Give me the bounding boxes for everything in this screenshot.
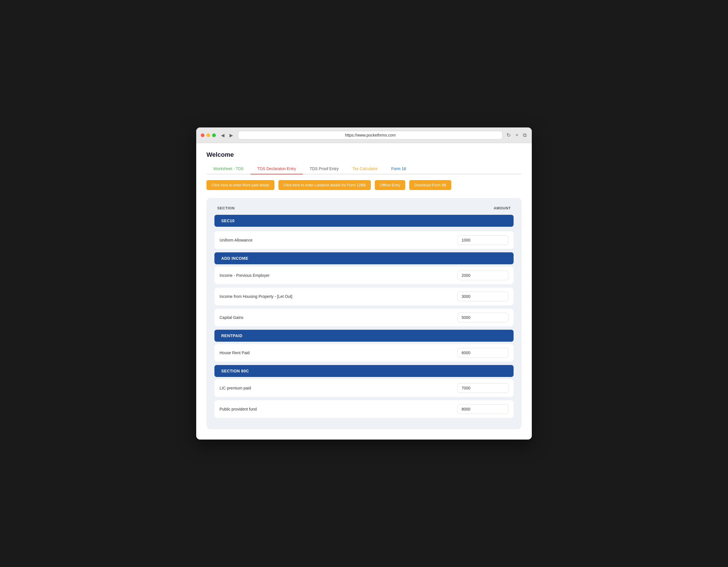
maximize-button[interactable] (212, 133, 216, 137)
rentpaid-divider: RENTPAID (214, 330, 514, 342)
close-button[interactable] (201, 133, 204, 137)
house-rent-label: House Rent Paid (220, 351, 453, 355)
income-prev-employer-input[interactable] (457, 270, 508, 280)
main-card: SECTION AMOUNT SEC10 Uniform Allowance A… (206, 198, 522, 429)
tab-declaration[interactable]: TDS Declaraton Entry (251, 163, 303, 174)
income-prev-employer-row: Income - Previous Employer (214, 266, 514, 284)
lic-premium-row: LIC premium paid (214, 379, 514, 397)
lic-premium-label: LIC premium paid (220, 386, 453, 390)
capital-gains-label: Capital Gains (220, 315, 453, 320)
back-button[interactable]: ◀ (219, 132, 226, 138)
section80c-title: SECTION 80C (221, 369, 249, 373)
offline-entry-button[interactable]: Offline Entry (375, 180, 405, 190)
income-prev-employer-label: Income - Previous Employer (220, 273, 453, 278)
refresh-button[interactable]: ↻ (506, 131, 511, 139)
browser-window: ◀ ▶ https://www.pockethrms.com ↻ + ⧉ Wel… (196, 127, 532, 440)
income-housing-input[interactable] (457, 292, 508, 301)
ppf-input[interactable] (457, 404, 508, 414)
copy-button[interactable]: ⧉ (522, 132, 527, 139)
house-rent-input[interactable] (457, 348, 508, 358)
rent-details-button[interactable]: Click here to enter Rent paid detals (206, 180, 274, 190)
add-income-divider: ADD INCOME (214, 252, 514, 264)
sec10-divider: SEC10 (214, 215, 514, 227)
ppf-row: Public provident fund (214, 400, 514, 418)
section80c-divider: SECTION 80C (214, 365, 514, 377)
income-housing-label: Income from Housing Property - [Let Out] (220, 294, 453, 299)
tab-form16[interactable]: Form 16 (384, 163, 413, 174)
nav-buttons: ◀ ▶ (219, 132, 235, 138)
action-buttons-row: Click here to enter Rent paid detals Cli… (206, 180, 522, 190)
tab-proof[interactable]: TDS Proof Entry (303, 163, 346, 174)
minimize-button[interactable] (206, 133, 210, 137)
address-bar[interactable]: https://www.pockethrms.com (238, 131, 502, 139)
ppf-label: Public provident fund (220, 407, 453, 411)
uniform-allowance-input[interactable] (457, 235, 508, 245)
browser-chrome: ◀ ▶ https://www.pockethrms.com ↻ + ⧉ (196, 127, 532, 143)
house-rent-row: House Rent Paid (214, 344, 514, 362)
capital-gains-input[interactable] (457, 313, 508, 322)
uniform-allowance-row: Uniform Allowance (214, 231, 514, 249)
amount-col-header: AMOUNT (494, 206, 511, 210)
tab-calculator[interactable]: Tax Calculator (346, 163, 384, 174)
traffic-lights (201, 133, 216, 137)
capital-gains-row: Capital Gains (214, 309, 514, 326)
tabs-row: Worksheet - TDS TDS Declaraton Entry TDS… (206, 163, 522, 174)
table-header: SECTION AMOUNT (214, 206, 514, 214)
tab-worksheet[interactable]: Worksheet - TDS (206, 163, 251, 174)
income-housing-row: Income from Housing Property - [Let Out] (214, 288, 514, 305)
section-col-header: SECTION (217, 206, 235, 210)
forward-button[interactable]: ▶ (228, 132, 235, 138)
add-income-title: ADD INCOME (221, 256, 248, 260)
landlord-details-button[interactable]: Click here to enter Landlord details for… (278, 180, 371, 190)
sec10-title: SEC10 (221, 218, 235, 223)
rentpaid-title: RENTPAID (221, 334, 243, 338)
new-tab-button[interactable]: + (515, 132, 519, 139)
download-form-button[interactable]: Download Form 8B (409, 180, 451, 190)
uniform-allowance-label: Uniform Allowance (220, 238, 453, 242)
page-content: Welcome Worksheet - TDS TDS Declaraton E… (196, 143, 532, 440)
page-title: Welcome (206, 151, 522, 158)
lic-premium-input[interactable] (457, 383, 508, 393)
